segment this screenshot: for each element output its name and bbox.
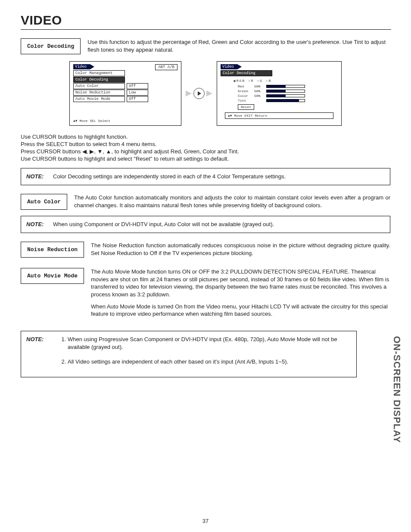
auto-movie-desc-p1: The Auto Movie Mode function turns ON or…: [91, 268, 390, 298]
instruction-line: Press CURSOR buttons ◀, ▶, ▼, ▲, to high…: [21, 148, 390, 155]
osd-row: Video ANT A/B Color Management Color Dec…: [21, 61, 390, 126]
note3-item-2: All Video settings are independent of ea…: [68, 358, 351, 366]
osd2-slider: Color50%: [238, 94, 333, 98]
note-text: When using Component or DVI-HDTV input, …: [53, 221, 274, 227]
note-label: NOTE:: [26, 173, 44, 180]
osd2-reset: Reset: [238, 104, 254, 110]
osd1-item: Auto Color: [73, 83, 125, 89]
osd2-radios: ◉RGB ○R ○G ○B: [234, 79, 333, 83]
instruction-line: Use CURSOR buttons to highlight and sele…: [21, 156, 390, 162]
osd1-title: Video: [73, 64, 90, 69]
arrow-separator: [186, 88, 212, 99]
osd2-slider: Tint: [238, 99, 333, 103]
osd2-subtitle: Color Decoding: [221, 70, 272, 76]
noise-reduction-label: Noise Reduction: [21, 242, 84, 258]
osd1-footer: ▲▼ Move SEL Select: [73, 119, 110, 123]
note3-item-1: When using Progressive Scan Component or…: [68, 336, 351, 351]
osd-panel-2: Video Color Decoding ◉RGB ○R ○G ○B Red50…: [217, 61, 342, 126]
arrow-icon: [186, 90, 192, 96]
auto-color-desc: The Auto Color function automatically mo…: [74, 194, 390, 209]
instructions: Use CURSOR buttons to highlight function…: [21, 134, 390, 162]
auto-color-label: Auto Color: [21, 194, 67, 210]
instruction-line: Press the SELECT button to select from 4…: [21, 141, 390, 147]
auto-movie-desc: The Auto Movie Mode function turns ON or…: [91, 268, 390, 317]
osd1-val: Off: [127, 96, 148, 102]
osd2-slider: Red50%: [238, 84, 333, 88]
noise-reduction-desc: The Noise Reduction function automatical…: [91, 242, 390, 257]
sidebar-section-label: ON-SCREEN DISPLAY: [391, 336, 402, 443]
page-number: 37: [202, 518, 209, 524]
note-box-2: NOTE: When using Component or DVI-HDTV i…: [21, 216, 390, 233]
note-box-1: NOTE: Color Decoding settings are indepe…: [21, 168, 390, 185]
osd1-item: Color Management: [73, 70, 125, 76]
note-label: NOTE:: [26, 221, 44, 227]
osd2-footer: ▲▼ Move EXIT Return: [225, 112, 333, 119]
instruction-line: Use CURSOR buttons to highlight function…: [21, 134, 390, 140]
color-decoding-label: Color Decoding: [21, 38, 81, 54]
auto-movie-label: Auto Movie Mode: [21, 268, 84, 284]
color-decoding-desc: Use this function to adjust the percenta…: [87, 38, 390, 53]
arrow-icon: [206, 90, 212, 96]
osd-panel-1: Video ANT A/B Color Management Color Dec…: [69, 61, 181, 126]
osd1-item-selected: Color Decoding: [73, 77, 125, 83]
osd1-val: Low: [127, 90, 148, 96]
note-label: NOTE:: [26, 336, 52, 373]
osd1-val: Off: [127, 83, 148, 89]
note-text: Color Decoding settings are independentl…: [53, 173, 286, 180]
osd1-item: Noise Reduction: [73, 90, 125, 96]
auto-movie-desc-p2: When Auto Movie Mode is turned On from t…: [91, 303, 390, 318]
play-button-icon: [193, 88, 205, 99]
osd1-item: Auto Movie Mode: [73, 96, 125, 102]
osd2-slider: Green50%: [238, 89, 333, 93]
osd2-title: Video: [221, 64, 237, 69]
note-box-3: NOTE: When using Progressive Scan Compon…: [21, 331, 357, 378]
page-title: VIDEO: [21, 13, 391, 30]
osd1-antab: ANT A/B: [155, 64, 177, 70]
